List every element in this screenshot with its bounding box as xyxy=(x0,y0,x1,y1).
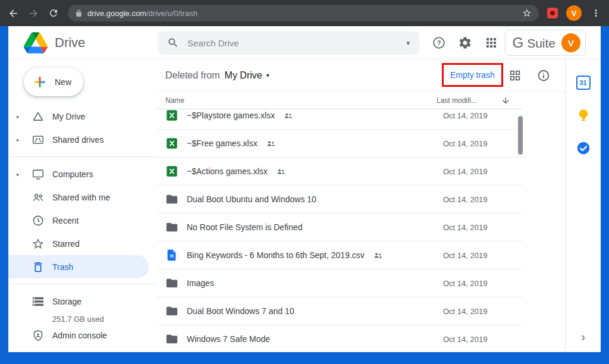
sidebar-item-trash[interactable]: Trash xyxy=(8,255,149,278)
file-name: Windows 7 Safe Mode xyxy=(187,334,270,344)
browser-menu-icon[interactable] xyxy=(590,7,602,19)
file-name: ~$Playstore games.xlsx xyxy=(187,111,275,120)
file-row[interactable]: ~$Actions games.xlsxOct 14, 2019 xyxy=(157,158,523,186)
help-icon[interactable]: ? xyxy=(432,36,446,50)
new-button[interactable]: New xyxy=(24,68,83,96)
settings-gear-icon[interactable] xyxy=(458,36,472,50)
sidebar-item-admin-console[interactable]: Admin console xyxy=(8,325,107,346)
expand-arrow-icon[interactable]: ▸ xyxy=(17,114,31,120)
sidebar-item-label: Shared drives xyxy=(52,135,103,145)
file-row[interactable]: ~$Playstore games.xlsxOct 14, 2019 xyxy=(157,109,523,130)
last-modified-date: Oct 14, 2019 xyxy=(437,279,523,288)
browser-profile-avatar[interactable]: V xyxy=(566,5,582,21)
empty-trash-button[interactable]: Empty trash xyxy=(450,70,495,80)
search-bar[interactable]: Search Drive ▾ xyxy=(158,31,419,55)
recent-icon xyxy=(31,214,45,228)
deleted-from-label: Deleted from xyxy=(165,70,220,81)
file-row[interactable]: Dual Boot Windows 7 and 10Oct 14, 2019 xyxy=(157,297,523,325)
empty-trash-annotation-box: Empty trash xyxy=(442,63,503,87)
url-host: drive.google.com xyxy=(87,9,146,18)
dropdown-caret-icon: ▾ xyxy=(266,72,269,79)
desktop-frame: drive.google.com/drive/u/0/trash V xyxy=(0,0,609,364)
excel-icon xyxy=(165,165,178,178)
scrollbar-thumb[interactable] xyxy=(518,116,523,155)
admin-console-icon xyxy=(31,328,45,343)
file-row[interactable]: Dual Boot Ubuntu and Windows 10Oct 14, 2… xyxy=(157,186,523,214)
forward-icon[interactable] xyxy=(27,7,39,19)
sidebar-item-my-drive[interactable]: ▸My Drive xyxy=(8,105,157,128)
grid-view-icon[interactable] xyxy=(508,69,522,82)
last-modified-date: Oct 14, 2019 xyxy=(437,111,523,120)
tasks-icon[interactable] xyxy=(576,140,591,156)
sidebar-item-recent[interactable]: Recent xyxy=(8,209,157,232)
new-button-label: New xyxy=(55,77,71,87)
file-name-cell: Dual Boot Ubuntu and Windows 10 xyxy=(165,193,437,206)
excel-icon xyxy=(165,137,178,150)
storage-label: Storage xyxy=(52,297,81,306)
expand-panel-chevron-icon[interactable]: › xyxy=(581,331,585,343)
body-area: New ▸My Drive▸Shared drives▸ComputersSha… xyxy=(8,59,601,352)
column-name[interactable]: Name xyxy=(165,96,184,105)
file-row[interactable]: Bing Keywords - 6 Months to 6th Sept, 20… xyxy=(157,241,523,269)
file-row[interactable]: Windows 7 Safe ModeOct 14, 2019 xyxy=(157,325,523,352)
sidebar-item-label: Recent xyxy=(52,216,79,225)
search-options-caret-icon[interactable]: ▾ xyxy=(406,39,410,47)
bookmark-star-icon[interactable] xyxy=(522,8,532,18)
list-header: Name Last modifi... xyxy=(157,92,523,109)
address-bar[interactable]: drive.google.com/drive/u/0/trash xyxy=(68,5,539,21)
file-name-cell: Images xyxy=(165,277,437,290)
file-name-cell: ~$Free games.xlsx xyxy=(165,137,437,150)
trash-icon xyxy=(31,260,45,274)
expand-arrow-icon[interactable]: ▸ xyxy=(17,171,31,177)
file-name-cell: ~$Actions games.xlsx xyxy=(165,165,437,178)
last-modified-date: Oct 14, 2019 xyxy=(437,251,523,260)
file-row[interactable]: No Root File System is DefinedOct 14, 20… xyxy=(157,214,523,241)
apps-grid-icon[interactable] xyxy=(484,36,498,50)
sidebar-item-label: Computers xyxy=(52,170,93,179)
svg-text:?: ? xyxy=(437,39,441,46)
computers-icon xyxy=(31,167,45,181)
sidebar-item-shared-with-me[interactable]: Shared with me xyxy=(8,186,157,209)
drive-wordmark: Drive xyxy=(55,35,85,51)
gsuite-badge[interactable]: G Suite V xyxy=(505,30,586,56)
sidebar-item-label: My Drive xyxy=(52,112,85,121)
search-icon[interactable] xyxy=(167,37,179,49)
last-modified-date: Oct 14, 2019 xyxy=(437,195,523,204)
extension-icon[interactable] xyxy=(547,8,558,18)
sidebar-item-storage[interactable]: Storage xyxy=(8,290,157,313)
expand-arrow-icon[interactable]: ▸ xyxy=(17,137,31,143)
folder-icon xyxy=(165,305,178,318)
column-last-modified[interactable]: Last modifi... xyxy=(437,96,477,105)
file-row[interactable]: ImagesOct 14, 2019 xyxy=(157,269,523,297)
sidebar-menu: ▸My Drive▸Shared drives▸ComputersShared … xyxy=(8,105,157,278)
plus-icon xyxy=(32,74,48,90)
location-selector[interactable]: My Drive ▾ xyxy=(225,70,269,81)
info-icon[interactable] xyxy=(537,69,550,82)
file-list: ~$Playstore games.xlsxOct 14, 2019~$Free… xyxy=(157,109,523,352)
keep-icon[interactable] xyxy=(576,108,591,123)
back-icon[interactable] xyxy=(7,7,19,19)
sidebar-item-label: Shared with me xyxy=(52,193,110,202)
sidebar-item-computers[interactable]: ▸Computers xyxy=(8,162,157,186)
sort-direction-icon[interactable] xyxy=(501,96,510,105)
calendar-icon[interactable]: 31 xyxy=(576,75,591,90)
storage-used: 251.7 GB used xyxy=(8,315,157,324)
drive-window: Drive Search Drive ▾ ? xyxy=(8,26,601,352)
file-row[interactable]: ~$Free games.xlsxOct 14, 2019 xyxy=(157,130,523,158)
starred-icon xyxy=(31,237,45,251)
account-avatar[interactable]: V xyxy=(561,33,580,52)
file-name: Dual Boot Ubuntu and Windows 10 xyxy=(187,194,316,204)
sidebar-item-starred[interactable]: Starred xyxy=(8,232,157,255)
trash-toolbar: Deleted from My Drive ▾ Empty trash xyxy=(157,59,565,92)
sidebar-item-shared-drives[interactable]: ▸Shared drives xyxy=(8,128,157,151)
my-drive-icon xyxy=(31,109,45,124)
refresh-icon[interactable] xyxy=(48,7,59,19)
url-text: drive.google.com/drive/u/0/trash xyxy=(87,9,197,18)
file-name: Images xyxy=(187,278,214,288)
folder-icon xyxy=(165,193,178,206)
last-modified-date: Oct 14, 2019 xyxy=(437,139,523,148)
file-name-cell: ~$Playstore games.xlsx xyxy=(165,109,437,122)
drive-logo[interactable]: Drive xyxy=(8,32,85,54)
browser-toolbar: drive.google.com/drive/u/0/trash V xyxy=(0,0,609,26)
file-name-cell: Windows 7 Safe Mode xyxy=(165,332,437,346)
